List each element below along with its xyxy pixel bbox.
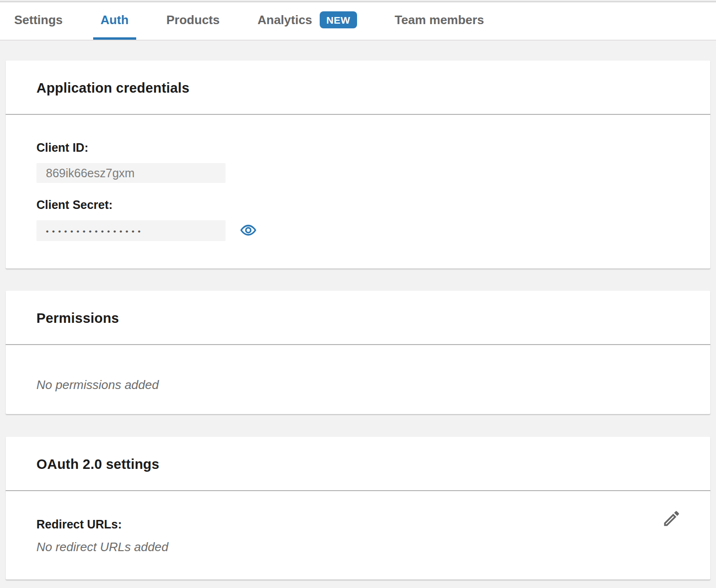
tab-auth-label: Auth xyxy=(101,13,129,27)
tab-analytics[interactable]: Analytics NEW xyxy=(250,2,364,40)
client-id-value: 869ik66esz7gxm xyxy=(36,163,226,183)
oauth-settings-header: OAuth 2.0 settings xyxy=(6,437,710,491)
application-credentials-title: Application credentials xyxy=(36,80,680,96)
permissions-title: Permissions xyxy=(36,311,680,326)
tab-settings[interactable]: Settings xyxy=(7,2,70,40)
permissions-card: Permissions No permissions added xyxy=(6,291,710,414)
permissions-header: Permissions xyxy=(6,291,710,345)
permissions-body: No permissions added xyxy=(6,345,710,414)
redirect-urls-empty-text: No redirect URLs added xyxy=(36,540,680,554)
client-secret-value: •••••••••••••••• xyxy=(36,220,226,241)
tab-settings-label: Settings xyxy=(14,13,63,27)
oauth-settings-card: OAuth 2.0 settings Redirect URLs: No red… xyxy=(6,437,710,579)
application-credentials-card: Application credentials Client ID: 869ik… xyxy=(6,61,710,268)
tab-products-label: Products xyxy=(166,13,220,27)
edit-redirect-urls-button[interactable] xyxy=(661,509,682,529)
client-id-label: Client ID: xyxy=(36,141,680,155)
oauth-settings-title: OAuth 2.0 settings xyxy=(36,457,680,472)
pencil-icon xyxy=(662,509,681,530)
client-secret-row: •••••••••••••••• xyxy=(36,220,680,241)
tab-bar: Settings Auth Products Analytics NEW Tea… xyxy=(0,1,716,41)
redirect-urls-label: Redirect URLs: xyxy=(36,518,680,531)
eye-icon xyxy=(240,222,257,240)
tab-team-members-label: Team members xyxy=(395,13,484,27)
permissions-empty-text: No permissions added xyxy=(36,378,680,392)
tab-auth[interactable]: Auth xyxy=(93,2,136,40)
application-credentials-header: Application credentials xyxy=(6,61,710,115)
tab-products[interactable]: Products xyxy=(159,2,227,40)
new-badge: NEW xyxy=(320,11,357,28)
tab-team-members[interactable]: Team members xyxy=(387,2,492,40)
application-credentials-body: Client ID: 869ik66esz7gxm Client Secret:… xyxy=(6,115,710,268)
client-secret-label: Client Secret: xyxy=(36,198,680,212)
reveal-secret-button[interactable] xyxy=(240,222,257,239)
oauth-settings-body: Redirect URLs: No redirect URLs added xyxy=(6,491,710,579)
tab-analytics-label: Analytics xyxy=(257,13,312,27)
